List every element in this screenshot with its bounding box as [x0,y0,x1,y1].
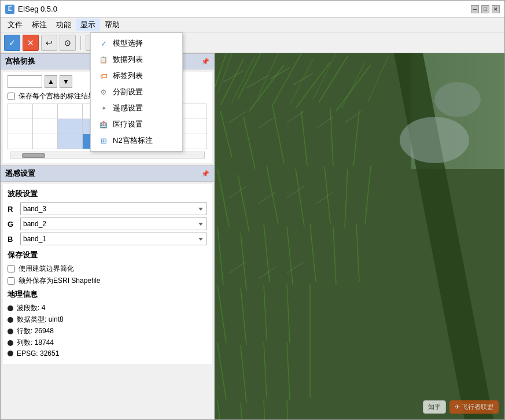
grid-cell[interactable] [182,119,207,134]
x-icon: ✕ [27,38,34,47]
grid-cell[interactable] [58,104,83,119]
band-r-select[interactable]: band_3 band_1 band_2 band_4 [20,202,207,215]
grid-cell[interactable] [182,104,207,119]
grid-section-title: 宫格切换 [5,56,35,67]
geo-info-section: 地理信息 波段数: 4 数据类型: uint8 行数: 26948 [8,289,207,358]
menu-function[interactable]: 功能 [51,19,76,31]
display-dropdown: ✓ 模型选择 📋 数据列表 🏷 标签列表 ⚙ 分割设置 ✦ 遥感设置 🏥 医疗 [90,32,183,152]
band-b-label: B [8,235,18,244]
dropdown-model-select-label: 模型选择 [113,38,143,49]
band-r-label: R [8,205,18,213]
dropdown-data-list[interactable]: 📋 数据列表 [91,51,182,68]
grid-cell[interactable] [33,119,58,134]
scrollbar-thumb[interactable] [22,153,45,158]
grid-cell[interactable] [33,104,58,119]
menu-file[interactable]: 文件 [3,19,27,31]
remote-sensing-title: 遥感设置 [5,168,35,179]
dropdown-seg-settings[interactable]: ⚙ 分割设置 [91,84,182,100]
band-r-row: R band_3 band_1 band_2 band_4 [8,202,207,215]
band-b-row: B band_1 band_2 band_3 band_4 [8,233,207,245]
undo-button[interactable]: ↩ [41,35,57,51]
dropdown-seg-settings-label: 分割设置 [113,87,143,97]
remote-settings-icon: ✦ [99,104,108,113]
building-simplify-label: 使用建筑边界简化 [19,264,74,274]
band-g-label: G [8,220,18,229]
n2-grid-icon: ⊞ [99,136,108,145]
maximize-button[interactable]: □ [481,5,489,13]
band-b-select[interactable]: band_1 band_2 band_3 band_4 [20,233,207,245]
menu-display[interactable]: 显示 [76,19,100,31]
grid-up-button[interactable]: ▲ [45,75,57,88]
band-g-select[interactable]: band_2 band_1 band_3 band_4 [20,218,207,230]
dropdown-medical-settings[interactable]: 🏥 医疗设置 [91,116,182,132]
geo-bullet-icon [8,329,13,334]
watermark-flyer: ✈ 飞行者联盟 [449,400,499,414]
geo-cols: 列数: 18744 [17,338,54,348]
dropdown-model-select[interactable]: ✓ 模型选择 [91,35,182,51]
remote-sensing-header: 遥感设置 📌 [1,165,214,182]
check-button[interactable]: ✓ [4,35,20,51]
geo-bullet-icon [8,317,13,323]
data-list-icon: 📋 [99,55,108,64]
dropdown-label-list-label: 标签列表 [113,71,143,81]
watermark-zhihu: 知乎 [423,400,446,414]
remote-pin-icon[interactable]: 📌 [201,170,209,178]
list-item: EPSG: 32651 [8,349,207,358]
toolbar: ✓ ✕ ↩ ⊙ ✈ ⇄ ⇌ ● ↻ [1,32,504,53]
menu-annotate[interactable]: 标注 [27,19,51,31]
grid-input[interactable] [8,75,42,88]
list-item: 列数: 18744 [8,338,207,348]
save-grid-label: 保存每个宫格的标注结果 [19,91,95,101]
title-bar: E EISeg 0.5.0 ─ □ ✕ [1,1,504,18]
list-item: 数据类型: uint8 [8,315,207,325]
minimize-button[interactable]: ─ [471,5,479,13]
remote-sensing-section: 遥感设置 📌 波段设置 R band_3 band_1 band_2 band_… [1,165,214,366]
menu-help[interactable]: 帮助 [100,19,124,31]
building-simplify-row: 使用建筑边界简化 [8,264,207,274]
band-g-row: G band_2 band_1 band_3 band_4 [8,218,207,230]
grid-cell[interactable] [33,134,58,149]
geo-bullet-icon [8,351,13,356]
grid-cell[interactable] [182,134,207,149]
medical-settings-icon: 🏥 [99,120,108,129]
dropdown-medical-settings-label: 医疗设置 [113,119,143,130]
band-settings-title: 波段设置 [8,189,207,199]
close-window-button[interactable]: ✕ [492,5,500,13]
app-icon: E [5,5,14,14]
list-item: 波段数: 4 [8,303,207,313]
geo-epsg: EPSG: 32651 [17,349,59,358]
dropdown-label-list[interactable]: 🏷 标签列表 [91,68,182,84]
model-button[interactable]: ⊙ [60,35,76,51]
dropdown-n2-grid[interactable]: ⊞ N2宫格标注 [91,132,182,149]
grid-cell[interactable] [58,134,83,149]
geo-bullet-icon [8,305,13,311]
geo-info-title: 地理信息 [8,289,207,300]
watermark-area: 知乎 ✈ 飞行者联盟 [423,400,499,414]
menu-bar: 文件 标注 功能 显示 帮助 ✓ 模型选择 📋 数据列表 🏷 标签列表 ⚙ 分割… [1,18,504,32]
grid-pin-icon[interactable]: 📌 [201,58,209,65]
geo-data-type: 数据类型: uint8 [17,315,64,325]
grid-cell[interactable] [8,134,33,149]
shapefile-export-checkbox[interactable] [8,277,15,285]
grid-down-button[interactable]: ▼ [60,75,72,88]
grid-scrollbar[interactable] [10,152,205,159]
shapefile-export-row: 额外保存为ESRI Shapefile [8,276,207,286]
check-icon: ✓ [9,38,16,47]
flyer-text: 飞行者联盟 [462,403,493,410]
grid-cell[interactable] [8,119,33,134]
zhihu-text: 知乎 [428,403,441,410]
dropdown-n2-grid-label: N2宫格标注 [113,135,153,146]
close-button[interactable]: ✕ [23,35,39,51]
svg-point-52 [400,117,469,163]
satellite-image [215,53,504,419]
grid-cell[interactable] [58,119,83,134]
save-grid-checkbox[interactable] [8,93,15,100]
shapefile-export-label: 额外保存为ESRI Shapefile [19,276,100,286]
flyer-icon: ✈ [455,403,462,410]
building-simplify-checkbox[interactable] [8,265,15,272]
model-select-icon: ✓ [99,39,108,48]
dropdown-remote-settings[interactable]: ✦ 遥感设置 [91,100,182,116]
grid-cell[interactable] [8,104,33,119]
satellite-image-area[interactable] [215,53,504,419]
app-window: E EISeg 0.5.0 ─ □ ✕ 文件 标注 功能 显示 帮助 ✓ 模型选… [0,0,505,420]
